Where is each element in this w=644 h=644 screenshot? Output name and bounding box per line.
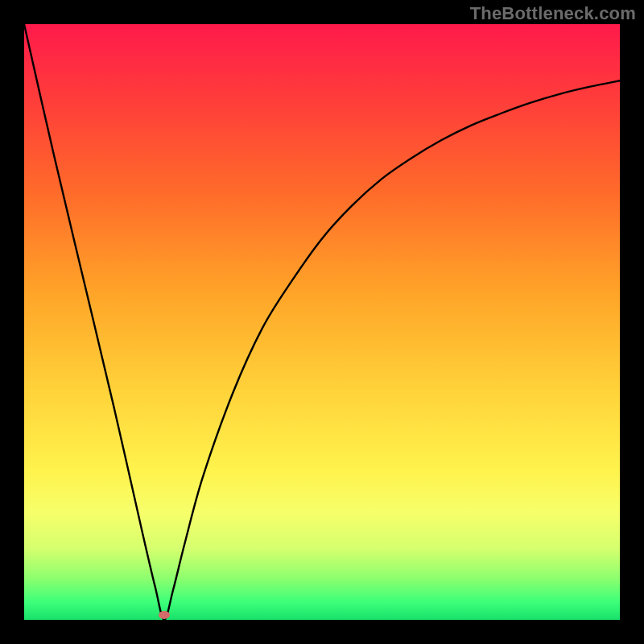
bottleneck-marker <box>159 611 170 619</box>
curve-line <box>24 24 620 620</box>
curve-path <box>24 24 620 620</box>
watermark-text: TheBottleneck.com <box>470 3 636 24</box>
plot-area <box>24 24 620 620</box>
chart-frame: TheBottleneck.com <box>0 0 644 644</box>
